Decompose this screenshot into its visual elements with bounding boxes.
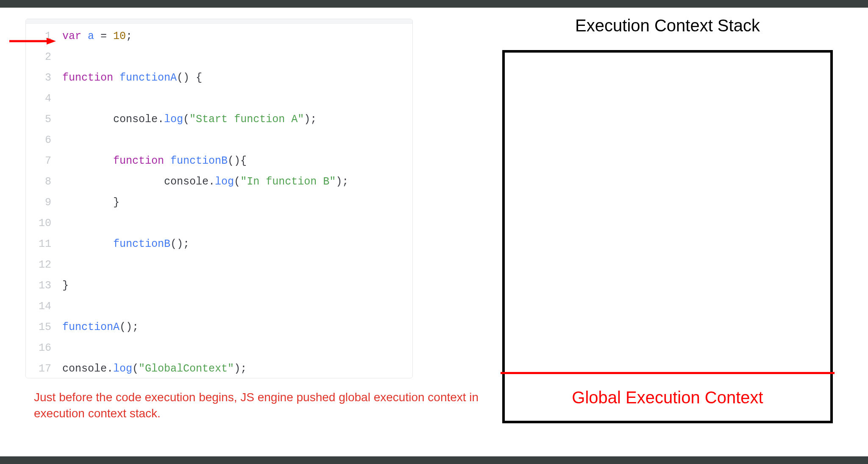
line-number: 9 [26,192,51,213]
line-number: 2 [26,47,51,67]
line-number: 16 [26,338,51,358]
line-number: 3 [26,67,51,88]
line-number: 15 [26,317,51,338]
line-number: 7 [26,151,51,171]
code-line: console.log("Start function A"); [62,109,348,130]
code-line [62,88,348,109]
line-number: 12 [26,254,51,275]
execution-context-stack: Global Execution Context [502,50,833,423]
code-content: var a = 10; function functionA() { conso… [56,24,348,378]
code-line [62,213,348,234]
code-panel: 1234567891011121314151617 var a = 10; fu… [25,19,413,378]
line-number: 4 [26,88,51,109]
code-line [62,47,348,67]
code-line: console.log("GlobalContext"); [62,358,348,378]
code-line: } [62,192,348,213]
code-line [62,130,348,151]
line-number: 11 [26,234,51,254]
line-number: 6 [26,130,51,151]
line-number-gutter: 1234567891011121314151617 [26,24,56,378]
code-line: functionB(); [62,234,348,254]
code-line: function functionB(){ [62,151,348,171]
code-line: console.log("In function B"); [62,171,348,192]
code-panel-header [26,19,412,24]
slide-canvas: 1234567891011121314151617 var a = 10; fu… [0,8,868,456]
line-number: 1 [26,26,51,47]
line-number: 5 [26,109,51,130]
line-number: 13 [26,275,51,296]
code-line [62,296,348,317]
code-line [62,254,348,275]
code-line [62,338,348,358]
code-body: 1234567891011121314151617 var a = 10; fu… [26,24,412,378]
line-number: 10 [26,213,51,234]
code-line: functionA(); [62,317,348,338]
stack-title: Execution Context Stack [502,16,833,35]
explanation-caption: Just before the code execution begins, J… [34,389,479,422]
code-line: } [62,275,348,296]
line-number: 8 [26,171,51,192]
line-number: 17 [26,358,51,378]
code-line: function functionA() { [62,67,348,88]
line-number: 14 [26,296,51,317]
stack-frame-global: Global Execution Context [505,374,830,421]
code-line: var a = 10; [62,26,348,47]
